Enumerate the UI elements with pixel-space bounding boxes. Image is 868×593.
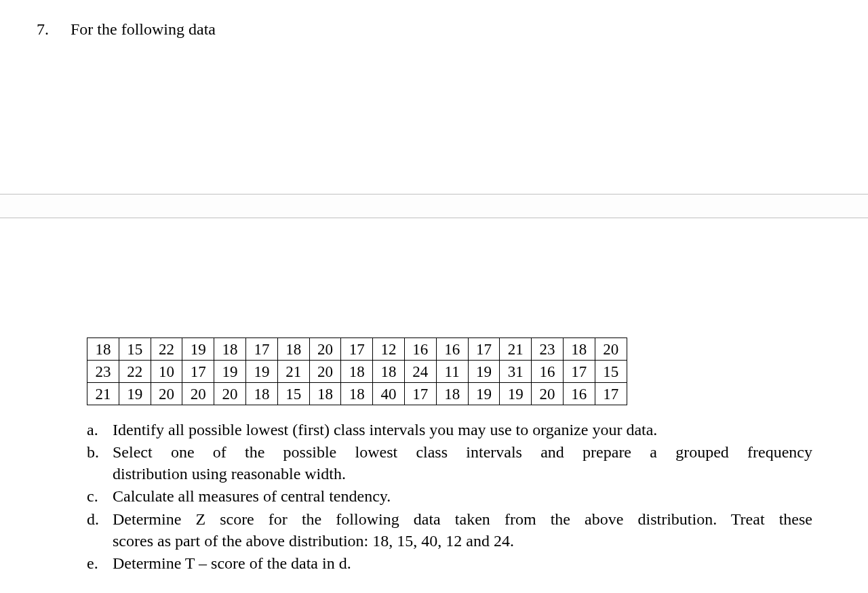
table-cell: 17 xyxy=(182,361,214,383)
question-prompt: For the following data xyxy=(71,20,216,39)
table-cell: 17 xyxy=(595,383,627,405)
sub-text: Identify all possible lowest (first) cla… xyxy=(113,419,812,441)
table-cell: 20 xyxy=(595,338,627,361)
sub-item-b: b. Select one of the possible lowest cla… xyxy=(87,441,812,485)
table-cell: 31 xyxy=(500,361,532,383)
sub-text-line: distribution using reasonable width. xyxy=(113,463,812,485)
sub-text-line: Determine Z score for the following data… xyxy=(113,508,812,530)
table-cell: 23 xyxy=(532,338,564,361)
sub-text-line: scores as part of the above distribution… xyxy=(113,530,812,552)
table-cell: 18 xyxy=(87,338,119,361)
table-cell: 21 xyxy=(87,383,119,405)
table-cell: 40 xyxy=(373,383,405,405)
table-cell: 20 xyxy=(532,383,564,405)
table-cell: 21 xyxy=(500,338,532,361)
table-cell: 19 xyxy=(214,361,246,383)
table-cell: 20 xyxy=(151,383,182,405)
table-row: 2119202020181518184017181919201617 xyxy=(87,383,627,405)
table-cell: 19 xyxy=(119,383,151,405)
table-cell: 12 xyxy=(373,338,405,361)
table-cell: 20 xyxy=(309,338,341,361)
table-cell: 23 xyxy=(87,361,119,383)
sub-letter: e. xyxy=(87,552,113,574)
sub-questions: a. Identify all possible lowest (first) … xyxy=(87,419,812,575)
table-cell: 16 xyxy=(436,338,468,361)
table-cell: 20 xyxy=(309,361,341,383)
sub-text: Calculate all measures of central tenden… xyxy=(113,485,812,507)
sub-letter: b. xyxy=(87,441,113,463)
table-row: 1815221918171820171216161721231820 xyxy=(87,338,627,361)
sub-letter: d. xyxy=(87,508,113,530)
table-cell: 15 xyxy=(277,383,309,405)
table-cell: 17 xyxy=(341,338,373,361)
table-cell: 19 xyxy=(500,383,532,405)
table-cell: 20 xyxy=(214,383,246,405)
sub-letter: a. xyxy=(87,419,113,441)
table-cell: 18 xyxy=(277,338,309,361)
table-cell: 22 xyxy=(119,361,151,383)
sub-text: Determine T – score of the data in d. xyxy=(113,552,812,574)
table-cell: 19 xyxy=(468,383,500,405)
table-cell: 19 xyxy=(182,338,214,361)
table-row: 2322101719192120181824111931161715 xyxy=(87,361,627,383)
table-cell: 18 xyxy=(309,383,341,405)
table-cell: 18 xyxy=(214,338,246,361)
table-cell: 15 xyxy=(119,338,151,361)
table-cell: 24 xyxy=(404,361,436,383)
sub-text: Determine Z score for the following data… xyxy=(113,508,812,552)
table-cell: 18 xyxy=(341,383,373,405)
sub-text-line: Select one of the possible lowest class … xyxy=(113,441,812,463)
table-cell: 17 xyxy=(245,338,277,361)
table-cell: 17 xyxy=(468,338,500,361)
table-cell: 15 xyxy=(595,361,627,383)
question-number: 7. xyxy=(37,20,71,39)
table-cell: 18 xyxy=(341,361,373,383)
table-cell: 22 xyxy=(151,338,182,361)
page-divider xyxy=(0,194,868,218)
question-header: 7. For the following data xyxy=(37,20,216,39)
table-cell: 11 xyxy=(436,361,468,383)
table-cell: 16 xyxy=(532,361,564,383)
sub-item-a: a. Identify all possible lowest (first) … xyxy=(87,419,812,441)
data-table: 1815221918171820171216161721231820232210… xyxy=(87,338,627,405)
table-cell: 19 xyxy=(245,361,277,383)
sub-item-c: c. Calculate all measures of central ten… xyxy=(87,485,812,507)
table-cell: 19 xyxy=(468,361,500,383)
sub-letter: c. xyxy=(87,485,113,507)
table-cell: 18 xyxy=(436,383,468,405)
table-cell: 16 xyxy=(563,383,595,405)
table-cell: 17 xyxy=(563,361,595,383)
table-cell: 10 xyxy=(151,361,182,383)
table-cell: 16 xyxy=(404,338,436,361)
table-cell: 20 xyxy=(182,383,214,405)
table-cell: 18 xyxy=(563,338,595,361)
table-cell: 18 xyxy=(373,361,405,383)
sub-text: Select one of the possible lowest class … xyxy=(113,441,812,485)
sub-item-e: e. Determine T – score of the data in d. xyxy=(87,552,812,574)
table-cell: 17 xyxy=(404,383,436,405)
table-cell: 21 xyxy=(277,361,309,383)
sub-item-d: d. Determine Z score for the following d… xyxy=(87,508,812,552)
table-cell: 18 xyxy=(245,383,277,405)
